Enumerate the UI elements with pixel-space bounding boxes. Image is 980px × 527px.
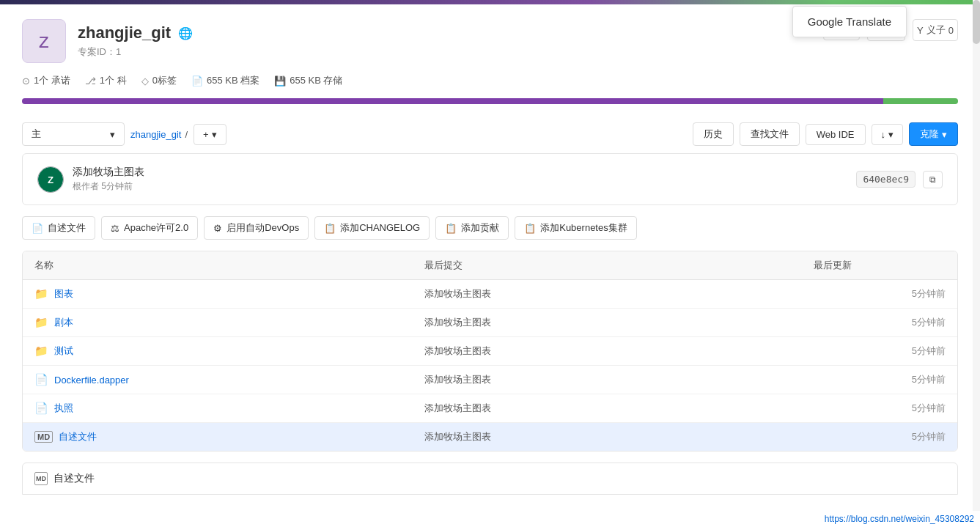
readme-bar-label: 自述文件 [54,472,95,485]
web-ide-button[interactable]: Web IDE [806,124,866,145]
file-name-cell[interactable]: 📄 执照 [34,402,424,415]
devops-action-button[interactable]: ⚙ 启用自动DevOps [204,216,309,240]
clone-button[interactable]: 克隆 ▾ [909,122,958,146]
archive-icon: 📄 [191,75,203,86]
file-commit-text: 添加牧场主图表 [424,373,814,386]
stat-commits[interactable]: ⊙ 1个 承诺 [22,74,70,87]
col-name: 名称 [34,259,424,272]
changelog-action-label: 添加CHANGELOG [340,221,420,235]
find-file-button[interactable]: 查找文件 [740,122,800,146]
breadcrumb-owner[interactable]: zhangjie_git [130,129,181,140]
commit-card: Z 添加牧场主图表 根作者 5分钟前 640e8ec9 ⧉ [22,153,958,205]
translate-popup-title: Google Translate [808,15,891,28]
branches-icon: ⎇ [85,75,96,86]
file-name-cell[interactable]: 📁 测试 [34,344,424,358]
license-action-button[interactable]: ⚖ Apache许可2.0 [101,216,198,240]
contribute-icon: 📋 [445,223,457,234]
branches-label: 1个 科 [100,74,127,87]
action-buttons-row: 📄 自述文件 ⚖ Apache许可2.0 ⚙ 启用自动DevOps 📋 添加CH… [0,216,980,251]
storage-icon: 💾 [274,75,286,86]
commit-details: 添加牧场主图表 根作者 5分钟前 [73,166,144,193]
file-name-cell[interactable]: MD 自述文件 [34,430,424,443]
readme-file-icon: 📄 [32,223,43,234]
commits-label: 1个 承诺 [34,74,70,87]
readme-section-bar: MD 自述文件 [22,462,958,495]
file-time-text: 5分钟前 [814,373,946,386]
file-name-text: Dockerfile.dapper [54,375,129,386]
file-name-text: 自述文件 [59,430,97,443]
bottom-link: https://blog.csdn.net/weixin_45308292 [819,511,980,527]
history-button[interactable]: 历史 [693,122,734,146]
file-name-text: 剧本 [54,316,73,329]
readme-action-button[interactable]: 📄 自述文件 [22,216,95,240]
plus-icon: + [203,129,209,140]
avatar-letter: z [39,29,49,53]
branch-selector[interactable]: 主 ▾ [22,122,125,146]
commit-meta: 根作者 5分钟前 [73,180,144,193]
folder-icon: 📁 [34,316,48,329]
kubernetes-action-label: 添加Kubernetes集群 [540,221,627,235]
download-button[interactable]: ↓ ▾ [872,124,904,145]
toolbar-right: 历史 查找文件 Web IDE ↓ ▾ 克隆 ▾ [693,122,958,146]
file-name-text: 图表 [54,287,73,301]
commit-avatar: Z [37,166,64,193]
stat-archive: 📄 655 KB 档案 [191,74,259,87]
fork-count: 0 [948,25,954,36]
avatar: z [22,19,66,63]
file-time-text: 5分钟前 [814,402,946,415]
stat-tags[interactable]: ◇ 0标签 [141,74,177,87]
repo-title-row: zhangjie_git 🌐 [78,23,193,43]
kubernetes-icon: 📋 [524,223,536,234]
scrollbar-track [973,0,980,527]
contribute-action-label: 添加贡献 [461,221,499,235]
changelog-icon: 📋 [324,223,336,234]
clone-chevron-icon: ▾ [942,129,947,140]
license-action-label: Apache许可2.0 [124,221,188,235]
devops-action-label: 启用自动DevOps [226,221,299,235]
svg-text:Z: Z [48,174,54,185]
contribute-action-button[interactable]: 📋 添加贡献 [435,216,509,240]
file-time-text: 5分钟前 [814,430,946,443]
changelog-action-button[interactable]: 📋 添加CHANGELOG [314,216,430,240]
table-row: MD 自述文件 添加牧场主图表 5分钟前 [23,423,957,451]
kubernetes-action-button[interactable]: 📋 添加Kubernetes集群 [515,216,637,240]
repo-info: zhangjie_git 🌐 专案ID：1 [78,23,193,59]
scrollbar-thumb[interactable] [973,0,980,44]
col-commit: 最后提交 [424,259,814,272]
readme-doc-icon: MD [34,472,48,485]
fork-button[interactable]: Y 义子 0 [913,19,958,41]
copy-hash-button[interactable]: ⧉ [923,171,943,188]
file-table-header: 名称 最后提交 最后更新 [23,251,957,280]
file-name-text: 测试 [54,344,73,358]
translate-popup: Google Translate [792,6,907,37]
col-time: 最后更新 [814,259,946,272]
file-time-text: 5分钟前 [814,287,946,301]
commit-message: 添加牧场主图表 [73,166,144,179]
repo-header-left: z zhangjie_git 🌐 专案ID：1 [22,19,193,63]
tags-icon: ◇ [141,75,149,86]
table-row: 📄 Dockerfile.dapper 添加牧场主图表 5分钟前 [23,366,957,394]
file-commit-text: 添加牧场主图表 [424,287,814,301]
folder-icon: 📁 [34,344,48,358]
file-commit-text: 添加牧场主图表 [424,344,814,358]
stat-branches[interactable]: ⎇ 1个 科 [85,74,127,87]
commits-icon: ⊙ [22,75,30,86]
file-name-cell[interactable]: 📄 Dockerfile.dapper [34,373,424,386]
page-wrapper: z zhangjie_git 🌐 专案ID：1 🔔 ▾ ★ 星 0 Y [0,4,980,527]
globe-icon[interactable]: 🌐 [178,26,193,40]
branch-chevron-icon: ▾ [110,129,115,140]
download-icon: ↓ [881,129,886,140]
storage-label: 655 KB 存储 [290,74,342,87]
file-table: 名称 最后提交 最后更新 📁 图表 添加牧场主图表 5分钟前 📁 剧本 添加牧场… [22,251,958,452]
progress-bar [22,98,958,104]
archive-label: 655 KB 档案 [207,74,259,87]
file-name-cell[interactable]: 📁 图表 [34,287,424,301]
download-chevron: ▾ [888,129,894,140]
table-row: 📁 剧本 添加牧场主图表 5分钟前 [23,309,957,337]
file-commit-text: 添加牧场主图表 [424,316,814,329]
commit-left: Z 添加牧场主图表 根作者 5分钟前 [37,166,144,193]
file-name-text: 执照 [54,402,73,415]
add-file-button[interactable]: + ▾ [194,124,226,145]
tags-label: 0标签 [152,74,177,87]
file-name-cell[interactable]: 📁 剧本 [34,316,424,329]
